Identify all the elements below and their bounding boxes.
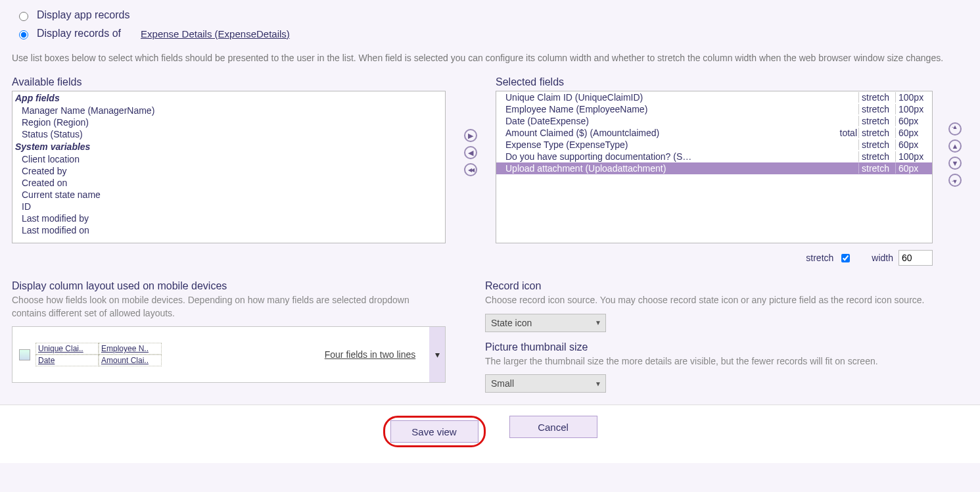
thumbnail-value: Small <box>491 378 514 389</box>
stretch-checkbox[interactable] <box>841 254 850 262</box>
available-group-system: System variables <box>12 140 445 153</box>
record-icon-subtitle: Choose record icon source. You may choos… <box>485 294 968 307</box>
display-records-of-label: Display records of <box>37 28 121 39</box>
display-records-of-radio[interactable] <box>19 30 28 39</box>
display-app-records-label: Display app records <box>37 9 129 21</box>
save-view-button[interactable]: Save view <box>390 420 478 443</box>
selected-fields-title: Selected fields <box>496 76 933 88</box>
record-icon-select[interactable]: State icon ▼ <box>485 314 606 332</box>
width-input[interactable] <box>898 250 933 266</box>
move-bottom-icon[interactable]: _▼ <box>948 174 962 187</box>
move-right-icon[interactable]: ▶ <box>464 129 477 142</box>
chevron-down-icon: ▼ <box>595 319 601 326</box>
save-highlight: Save view <box>383 416 486 447</box>
mobile-layout-dropdown-icon[interactable]: ▾ <box>429 327 445 382</box>
selected-row[interactable]: Amount Claimed ($) (Amountclaimed) total… <box>496 127 932 139</box>
thumbnail-subtitle: The larger the thumbnail size the more d… <box>485 355 968 368</box>
available-fields-title: Available fields <box>12 76 446 88</box>
record-icon-title: Record icon <box>485 280 968 292</box>
move-up-icon[interactable]: ▲ <box>948 139 962 153</box>
mobile-cell[interactable]: Unique Clai.. <box>35 343 99 355</box>
display-app-records-radio[interactable] <box>19 12 28 21</box>
available-item[interactable]: Current state name <box>12 189 445 201</box>
records-of-link[interactable]: Expense Details (ExpenseDetails) <box>141 28 290 39</box>
width-label: width <box>872 253 893 263</box>
selected-row[interactable]: Date (DateExpense) stretch 60px <box>496 115 932 127</box>
selected-fields-listbox[interactable]: Unique Claim ID (UniqueClaimID) stretch … <box>496 91 933 243</box>
thumbnail-size-select[interactable]: Small ▼ <box>485 374 606 393</box>
available-item[interactable]: Last modified by <box>12 212 445 224</box>
available-item[interactable]: Status (Status) <box>12 128 445 140</box>
selected-row[interactable]: Upload attachment (Uploadattachment) str… <box>496 162 932 174</box>
stretch-label: stretch <box>806 253 833 263</box>
move-all-left-icon[interactable]: ◀◀ <box>464 163 477 176</box>
mobile-layout-desc: Four fields in two lines <box>311 349 429 360</box>
available-fields-listbox[interactable]: App fields Manager Name (ManagerName) Re… <box>12 91 446 243</box>
move-top-icon[interactable]: ▲‾ <box>948 122 962 135</box>
available-item[interactable]: ID <box>12 201 445 212</box>
available-item[interactable]: Manager Name (ManagerName) <box>12 105 445 116</box>
move-down-icon[interactable]: ▼ <box>948 157 962 170</box>
mobile-cell[interactable]: Date <box>35 355 99 366</box>
mobile-layout-preview: Unique Clai.. Employee N.. Date Amount C… <box>12 326 446 383</box>
selected-row[interactable]: Expense Type (ExpenseType) stretch 60px <box>496 139 932 151</box>
mobile-layout-title: Display column layout used on mobile dev… <box>12 280 446 292</box>
cancel-button[interactable]: Cancel <box>509 416 597 438</box>
selected-row[interactable]: Do you have supporting documentation? (S… <box>496 151 932 162</box>
available-item[interactable]: Last modified on <box>12 224 445 236</box>
available-item[interactable]: Created by <box>12 165 445 177</box>
record-icon-value: State icon <box>491 318 532 328</box>
thumbnail-title: Picture thumbnail size <box>485 341 968 353</box>
mobile-layout-subtitle: Choose how fields look on mobile devices… <box>12 294 446 320</box>
mobile-cell[interactable]: Amount Clai.. <box>99 355 162 366</box>
selected-row[interactable]: Unique Claim ID (UniqueClaimID) stretch … <box>496 91 932 103</box>
available-item[interactable]: Created on <box>12 177 445 189</box>
chevron-down-icon: ▼ <box>595 380 601 387</box>
selected-row[interactable]: Employee Name (EmployeeName) stretch 100… <box>496 103 932 115</box>
mobile-cell[interactable]: Employee N.. <box>99 343 162 355</box>
available-item[interactable]: Region (Region) <box>12 116 445 128</box>
available-group-app: App fields <box>12 91 445 105</box>
intro-text: Use list boxes below to select which fie… <box>12 51 968 64</box>
record-icon-preview <box>19 349 30 360</box>
available-item[interactable]: Client location <box>12 153 445 165</box>
move-left-icon[interactable]: ◀ <box>464 146 477 159</box>
